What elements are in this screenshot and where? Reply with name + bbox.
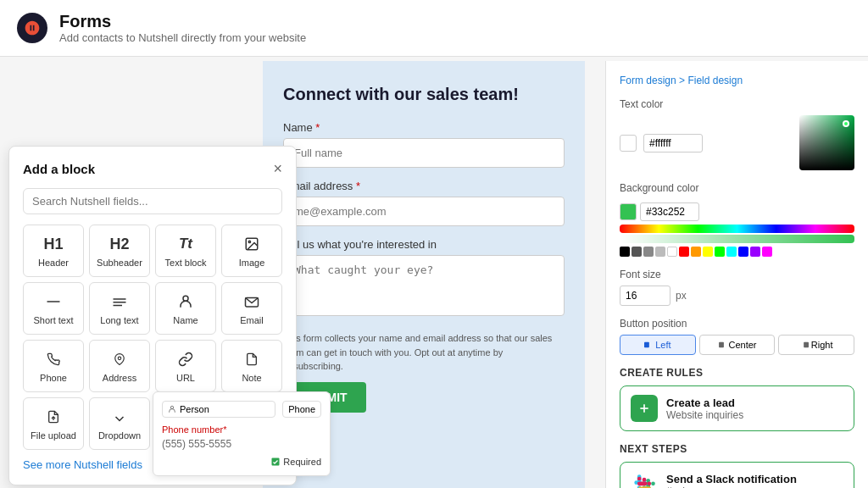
block-item-dropdown[interactable]: Dropdown — [89, 397, 150, 450]
image-icon — [227, 234, 276, 254]
name-icon — [161, 291, 210, 312]
block-label-file-upload: File upload — [29, 430, 78, 441]
right-panel: Form design > Field design Text color Ba… — [605, 61, 868, 488]
app-logo — [17, 13, 47, 43]
swatch-purple[interactable] — [750, 247, 760, 257]
position-left-button[interactable]: Left — [620, 335, 696, 355]
form-input-name[interactable] — [283, 138, 565, 168]
person-label: Person — [180, 404, 209, 414]
block-item-file-upload[interactable]: File upload — [23, 397, 84, 450]
swatch-green[interactable] — [715, 247, 725, 257]
swatch-cyan[interactable] — [726, 247, 737, 257]
font-size-unit: px — [676, 290, 687, 302]
block-item-text[interactable]: Tt Text block — [155, 225, 216, 277]
svg-rect-27 — [651, 482, 655, 486]
block-label-h2: Subheader — [95, 258, 144, 268]
block-label-address: Address — [95, 373, 144, 383]
svg-rect-33 — [643, 478, 647, 482]
close-button[interactable]: × — [273, 160, 282, 178]
color-swatches — [620, 247, 854, 257]
alpha-strip[interactable] — [620, 235, 854, 243]
next-steps-label: NEXT STEPS — [620, 443, 854, 455]
block-item-email[interactable]: Email — [221, 282, 282, 335]
phone-field-label: Phone number* — [162, 424, 321, 435]
swatch-yellow[interactable] — [703, 247, 713, 257]
create-lead-card[interactable]: Create a lead Website inquiries — [620, 385, 854, 431]
phone-tooltip-phone-label: Phone — [282, 401, 321, 418]
block-item-phone[interactable]: Phone — [23, 340, 84, 392]
swatch-gray[interactable] — [643, 247, 654, 257]
swatch-white[interactable] — [667, 247, 677, 257]
slack-notification-card[interactable]: Send a Slack notification #sales — [620, 462, 854, 488]
required-check: Required — [270, 457, 321, 467]
block-item-address[interactable]: Address — [89, 340, 150, 392]
slack-title: Send a Slack notification — [666, 473, 797, 485]
text-color-hex[interactable] — [643, 134, 703, 152]
slack-icon — [631, 471, 658, 488]
breadcrumb: Form design > Field design — [620, 75, 854, 86]
text-color-swatch[interactable] — [620, 135, 637, 152]
swatch-orange[interactable] — [691, 247, 701, 257]
header-text: Forms Add contacts to Nutshell directly … — [59, 12, 306, 44]
email-icon — [227, 291, 276, 312]
name-required-marker: * — [315, 121, 320, 134]
search-input[interactable] — [23, 188, 282, 214]
block-item-long-text[interactable]: Long text — [89, 282, 150, 335]
block-label-long-text: Long text — [95, 315, 144, 325]
dropdown-icon — [95, 407, 144, 427]
form-preview-title: Connect with our sales team! — [283, 85, 565, 104]
color-picker-box[interactable] — [799, 115, 854, 170]
form-label-name: Name * — [283, 121, 565, 134]
block-label-dropdown: Dropdown — [95, 430, 144, 441]
h2-icon: H2 — [95, 234, 144, 254]
page-title: Forms — [59, 12, 306, 31]
slack-text: Send a Slack notification #sales — [666, 473, 797, 489]
breadcrumb-form-design[interactable]: Form design — [620, 75, 676, 86]
swatch-light-gray[interactable] — [655, 247, 665, 257]
short-text-icon — [29, 291, 78, 312]
swatch-dark-gray[interactable] — [632, 247, 642, 257]
swatch-black[interactable] — [620, 247, 630, 257]
phone-footer: Required — [162, 457, 321, 467]
phone-tooltip-header: Person Phone — [162, 401, 321, 418]
block-item-image[interactable]: Image — [221, 225, 282, 277]
form-input-email[interactable] — [283, 197, 565, 226]
app-header: Forms Add contacts to Nutshell directly … — [0, 0, 868, 57]
long-text-icon — [95, 291, 144, 312]
svg-point-6 — [183, 296, 188, 301]
block-item-h2[interactable]: H2 Subheader — [89, 225, 150, 277]
form-textarea-interest[interactable] — [283, 255, 565, 316]
font-size-input[interactable] — [620, 286, 670, 306]
position-right-button[interactable]: Right — [778, 335, 854, 355]
hue-strip[interactable] — [620, 225, 854, 233]
position-center-button[interactable]: Center — [699, 335, 776, 355]
breadcrumb-separator: > — [679, 75, 687, 86]
swatch-red[interactable] — [679, 247, 689, 257]
phone-placeholder: (555) 555-5555 — [162, 438, 321, 450]
block-item-url[interactable]: URL — [155, 340, 216, 392]
swatch-magenta[interactable] — [762, 247, 772, 257]
block-item-h1[interactable]: H1 Header — [23, 225, 84, 277]
block-item-name[interactable]: Name — [155, 282, 216, 335]
swatch-blue[interactable] — [738, 247, 748, 257]
font-size-label: Font size — [620, 269, 854, 280]
bg-color-swatch[interactable] — [620, 203, 637, 220]
font-size-section: Font size px — [620, 269, 854, 306]
form-group-email: Email address * — [283, 180, 565, 226]
svg-rect-15 — [644, 342, 649, 348]
button-position-group: Left Center Right — [620, 335, 854, 355]
svg-rect-17 — [804, 342, 809, 348]
block-label-note: Note — [227, 373, 276, 383]
text-color-label: Text color — [620, 98, 854, 110]
bg-color-hex[interactable] — [640, 202, 699, 221]
block-item-short-text[interactable]: Short text — [23, 282, 84, 335]
button-position-section: Button position Left Center Right — [620, 318, 854, 355]
block-label-text: Text block — [161, 258, 210, 268]
phone-tooltip-person: Person — [162, 401, 275, 418]
bg-color-controls — [620, 199, 854, 257]
panel-header: Add a block × — [23, 160, 282, 178]
url-icon — [161, 349, 210, 369]
block-item-note[interactable]: Note — [221, 340, 282, 392]
block-label-name: Name — [161, 315, 210, 325]
button-position-label: Button position — [620, 318, 854, 330]
